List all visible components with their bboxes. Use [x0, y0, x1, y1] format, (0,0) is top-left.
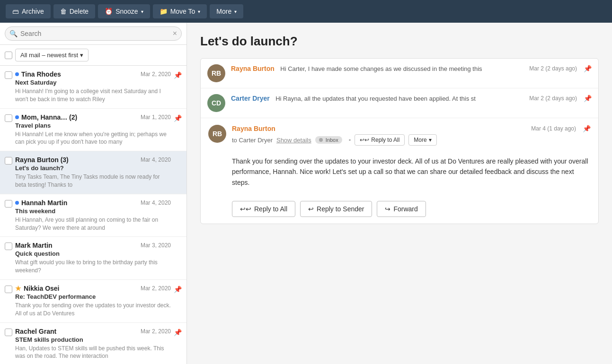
- reply-all-button[interactable]: ↩↩ Reply to All: [232, 201, 295, 217]
- mail-actions: 📌: [174, 71, 182, 79]
- thread-message-body: Thank you for sending over the updates t…: [208, 156, 591, 188]
- forward-icon: ↪: [385, 205, 390, 213]
- inline-reply-all-button[interactable]: ↩↩ Reply to All: [355, 134, 405, 146]
- thread-to: to Carter Dryer: [232, 137, 273, 144]
- thread-preview: Hi Carter, I have made some changes as w…: [280, 65, 482, 72]
- reply-sender-button[interactable]: ↩ Reply to Sender: [300, 201, 372, 217]
- inbox-dot-icon: [319, 138, 323, 142]
- thread-header: Carter Dryer Hi Rayna, all the updates t…: [231, 94, 592, 103]
- thread-sender: Rayna Burton: [231, 65, 275, 72]
- archive-button[interactable]: 🗃 Archive: [6, 4, 51, 18]
- thread-date: Mar 2 (2 days ago): [529, 95, 577, 102]
- mail-sender: Mom, Hanna… (2): [15, 113, 77, 121]
- thread-sender: Rayna Burton: [232, 125, 275, 132]
- mail-sender: Mark Martin: [15, 242, 53, 249]
- avatar: RB: [207, 64, 225, 82]
- thread-sender: Carter Dryer: [231, 95, 270, 102]
- left-panel: 🔍 × All mail – newest first ▾ Tina Rhode…: [0, 23, 187, 364]
- moveto-icon: 📁: [160, 8, 168, 15]
- list-item[interactable]: Rachel Grant Mar 2, 2020 STEM skills pro…: [0, 323, 186, 364]
- mail-date: Mar 2, 2020: [141, 328, 171, 335]
- pin-icon: 📌: [584, 95, 592, 102]
- mail-checkbox[interactable]: [5, 200, 12, 208]
- mail-item-header: Tina Rhodes Mar 2, 2020: [15, 70, 171, 78]
- thread-preview: Hi Rayna, all the updates that you reque…: [275, 95, 476, 102]
- reply-all-icon: ↩↩: [240, 205, 251, 213]
- list-item[interactable]: ★ Nikkia Osei Mar 2, 2020 Re: TeachDEV p…: [0, 280, 186, 323]
- mail-checkbox[interactable]: [5, 286, 12, 293]
- archive-icon: 🗃: [12, 8, 19, 15]
- search-input[interactable]: [5, 26, 182, 41]
- delete-button[interactable]: 🗑 Delete: [53, 4, 95, 18]
- list-item[interactable]: Tina Rhodes Mar 2, 2020 Next Saturday Hi…: [0, 66, 186, 109]
- mail-list: Tina Rhodes Mar 2, 2020 Next Saturday Hi…: [0, 66, 186, 364]
- mail-preview: Hi Hannah! I'm going to a college visit …: [15, 87, 171, 104]
- more-chevron-icon: ▾: [234, 9, 237, 14]
- thread-date: Mar 2 (2 days ago): [529, 65, 577, 72]
- list-item[interactable]: Rayna Burton (3) Mar 4, 2020 Let's do la…: [0, 151, 186, 194]
- thread-top: RB Rayna Burton Mar 4 (1 day ago) 📌 to: [208, 125, 591, 150]
- mail-actions: 📌: [174, 200, 182, 208]
- mail-subject: Travel plans: [15, 122, 171, 129]
- mail-actions: 📌: [174, 243, 182, 250]
- mail-preview: Thank you for sending over the updates t…: [15, 302, 171, 318]
- mail-checkbox[interactable]: [5, 71, 12, 79]
- thread-meta: to Carter Dryer Show details Inbox • ↩↩ …: [232, 134, 591, 146]
- mail-subject: STEM skills production: [15, 336, 171, 343]
- inline-more-button[interactable]: More ▾: [408, 134, 436, 146]
- mail-sender: Tina Rhodes: [15, 70, 61, 78]
- pin-icon: 📌: [174, 71, 182, 79]
- main-layout: 🔍 × All mail – newest first ▾ Tina Rhode…: [0, 23, 612, 364]
- thread-header: Rayna Burton Hi Carter, I have made some…: [231, 64, 592, 73]
- mail-date: Mar 4, 2020: [141, 156, 171, 163]
- thread-item[interactable]: CD Carter Dryer Hi Rayna, all the update…: [201, 88, 598, 118]
- mail-item-header: Hannah Martin Mar 4, 2020: [15, 199, 171, 207]
- filter-chevron-icon: ▾: [80, 52, 83, 59]
- list-item[interactable]: Mark Martin Mar 3, 2020 Quick question W…: [0, 237, 186, 280]
- mail-sender: ★ Nikkia Osei: [15, 285, 60, 292]
- unread-dot-icon: [15, 201, 19, 205]
- mail-date: Mar 1, 2020: [141, 114, 171, 121]
- search-bar: 🔍 ×: [0, 23, 186, 45]
- mail-date: Mar 2, 2020: [141, 71, 171, 78]
- mail-actions: 📌: [174, 286, 182, 293]
- moveto-chevron-icon: ▾: [198, 9, 200, 14]
- mail-checkbox[interactable]: [5, 329, 12, 336]
- pin-icon: 📌: [583, 125, 591, 132]
- show-details-link[interactable]: Show details: [276, 137, 311, 144]
- mail-item-content: Rachel Grant Mar 2, 2020 STEM skills pro…: [15, 328, 171, 361]
- email-title: Let's do launch?: [200, 34, 599, 49]
- moveto-button[interactable]: 📁 Move To ▾: [153, 4, 207, 18]
- avatar: CD: [207, 94, 225, 112]
- mail-checkbox[interactable]: [5, 157, 12, 165]
- thread-body: Rayna Burton Hi Carter, I have made some…: [231, 64, 592, 75]
- mail-checkbox[interactable]: [5, 114, 12, 122]
- mail-filter-dropdown[interactable]: All mail – newest first ▾: [15, 49, 89, 61]
- forward-button[interactable]: ↪ Forward: [377, 201, 426, 217]
- avatar: RB: [208, 125, 226, 143]
- mail-actions: 📌: [174, 157, 182, 165]
- filter-bar: All mail – newest first ▾: [0, 45, 186, 66]
- mail-checkbox[interactable]: [5, 243, 12, 250]
- mail-item-content: Mark Martin Mar 3, 2020 Quick question W…: [15, 242, 171, 275]
- mail-date: Mar 4, 2020: [141, 199, 171, 206]
- thread-item[interactable]: RB Rayna Burton Hi Carter, I have made s…: [201, 59, 598, 88]
- email-view: Let's do launch? RB Rayna Burton Hi Cart…: [187, 23, 612, 364]
- right-panel: Let's do launch? RB Rayna Burton Hi Cart…: [187, 23, 612, 364]
- mail-sender: Hannah Martin: [15, 199, 67, 207]
- mail-subject: Next Saturday: [15, 79, 171, 86]
- pin-icon: 📌: [174, 286, 182, 293]
- list-item[interactable]: Hannah Martin Mar 4, 2020 This weekend H…: [0, 194, 186, 237]
- search-clear-button[interactable]: ×: [173, 29, 177, 38]
- select-all-checkbox[interactable]: [5, 52, 12, 59]
- mail-sender: Rayna Burton (3): [15, 156, 69, 164]
- mail-item-content: Rayna Burton (3) Mar 4, 2020 Let's do la…: [15, 156, 171, 189]
- thread-header: Rayna Burton Mar 4 (1 day ago) 📌: [232, 125, 591, 132]
- list-item[interactable]: Mom, Hanna… (2) Mar 1, 2020 Travel plans…: [0, 109, 186, 152]
- more-button[interactable]: More ▾: [210, 4, 243, 18]
- snooze-button[interactable]: ⏰ Snooze ▾: [98, 4, 150, 18]
- mail-subject: Let's do launch?: [15, 165, 171, 172]
- pin-icon: 📌: [174, 329, 182, 336]
- action-buttons: ↩↩ Reply to All ↩ Reply to Sender ↪ Forw…: [208, 201, 426, 217]
- dot-separator: •: [349, 137, 351, 144]
